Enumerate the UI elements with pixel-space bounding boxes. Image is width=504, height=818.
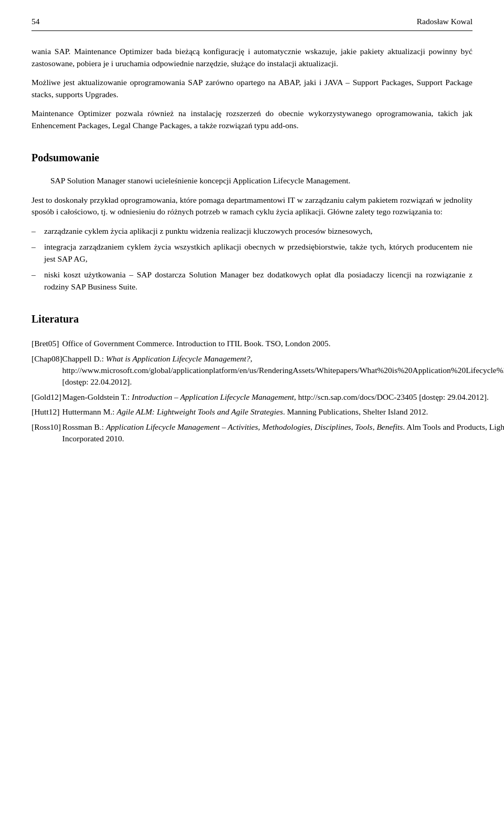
bullet-item-2: integracja zarządzaniem cyklem życia wsz… [32, 241, 472, 265]
ref-content: Office of Government Commerce. Introduct… [62, 336, 504, 351]
references-table: [Bret05]Office of Government Commerce. I… [32, 336, 504, 447]
reference-row: [Ross10]Rossman B.: Application Lifecycl… [32, 420, 504, 447]
ref-tag: [Gold12] [32, 390, 62, 405]
ref-tag: [Bret05] [32, 336, 62, 351]
bullet-item-3: niski koszt użytkowania – SAP dostarcza … [32, 269, 472, 293]
ref-tag: [Chap08] [32, 351, 62, 390]
paragraph-3: Maintenance Optimizer pozwala również na… [32, 108, 472, 131]
page-author: Radosław Kowal [417, 16, 472, 27]
reference-row: [Chap08]Chappell D.: What is Application… [32, 351, 504, 390]
ref-tag: [Ross10] [32, 420, 62, 447]
ref-tag: [Hutt12] [32, 405, 62, 419]
reference-row: [Bret05]Office of Government Commerce. I… [32, 336, 504, 351]
bullet-list: zarządzanie cyklem życia aplikacji z pun… [32, 225, 472, 293]
literatura-heading: Literatura [32, 312, 472, 327]
page-number: 54 [32, 16, 40, 27]
podsumowanie-p1: SAP Solution Manager stanowi ucieleśnien… [32, 175, 472, 187]
paragraph-2: Możliwe jest aktualizowanie oprogramowan… [32, 77, 472, 100]
podsumowanie-p2: Jest to doskonały przykład oprogramowani… [32, 194, 472, 218]
page-header: 54 Radosław Kowal [32, 16, 472, 31]
podsumowanie-heading: Podsumowanie [32, 150, 472, 165]
reference-row: [Gold12]Magen-Goldstein T.: Introduction… [32, 390, 504, 405]
bullet-item-1: zarządzanie cyklem życia aplikacji z pun… [32, 225, 472, 237]
ref-content: Rossman B.: Application Lifecycle Manage… [62, 420, 504, 447]
ref-content: Magen-Goldstein T.: Introduction – Appli… [62, 390, 504, 405]
ref-content: Chappell D.: What is Application Lifecyc… [62, 351, 504, 390]
paragraph-1: wania SAP. Maintenance Optimizer bada bi… [32, 46, 472, 69]
reference-row: [Hutt12]Huttermann M.: Agile ALM: Lightw… [32, 405, 504, 419]
ref-content: Huttermann M.: Agile ALM: Lightweight To… [62, 405, 504, 419]
